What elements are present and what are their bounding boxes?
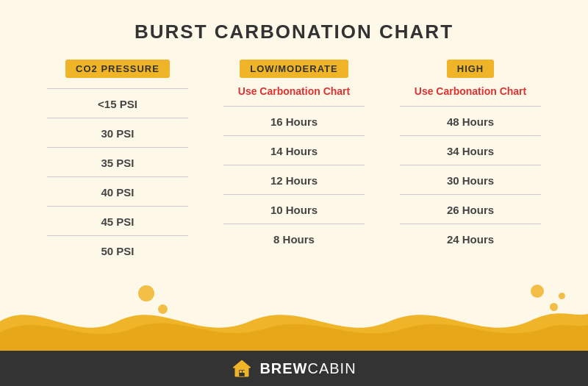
footer-brand-suffix: CABIN (307, 360, 356, 376)
divider-low-4 (223, 224, 365, 224)
low-row-1: 14 Hours (270, 146, 318, 157)
divider-high-3 (400, 194, 541, 195)
co2-row-4: 45 PSI (101, 216, 134, 227)
low-row-3: 10 Hours (270, 204, 318, 215)
high-row-0: 48 Hours (447, 116, 494, 127)
svg-rect-2 (240, 371, 242, 373)
low-row-2: 12 Hours (270, 175, 318, 186)
col-subheader-low: Use Carbonation Chart (238, 85, 350, 97)
divider-co2-2 (47, 147, 188, 148)
wave-container (0, 292, 588, 351)
footer: BREWCABIN (0, 351, 588, 386)
divider-co2-3 (47, 176, 188, 177)
page-title: BURST CARBONATION CHART (0, 0, 588, 60)
co2-row-5: 50 PSI (101, 246, 134, 257)
co2-row-1: 30 PSI (101, 128, 134, 139)
co2-row-3: 40 PSI (101, 187, 134, 198)
divider-co2-4 (47, 206, 188, 207)
divider-high-4 (400, 224, 541, 224)
col-header-high: HIGH (447, 60, 495, 78)
high-row-3: 26 Hours (447, 204, 494, 215)
high-row-1: 34 Hours (447, 146, 494, 157)
column-co2: CO2 Pressure <15 PSI 30 PSI 35 PSI 40 PS… (29, 60, 206, 262)
footer-brand-name: BREW (259, 360, 307, 376)
chart-area: CO2 Pressure <15 PSI 30 PSI 35 PSI 40 PS… (0, 60, 588, 262)
co2-row-0: <15 PSI (98, 99, 137, 110)
divider-high-1 (400, 135, 541, 136)
divider-high-2 (400, 165, 541, 165)
column-low-moderate: LOW/MODERATE Use Carbonation Chart 16 Ho… (206, 60, 382, 250)
divider-high-0 (400, 106, 541, 107)
divider-low-0 (223, 106, 365, 107)
col-subheader-high: Use Carbonation Chart (415, 85, 526, 97)
divider-low-2 (223, 165, 365, 165)
divider-co2-5 (47, 235, 188, 236)
svg-rect-3 (243, 371, 245, 373)
brew-cabin-icon (232, 358, 252, 379)
divider-co2 (47, 88, 188, 89)
divider-co2-1 (47, 118, 188, 118)
footer-brand: BREWCABIN (259, 360, 356, 377)
divider-low-3 (223, 194, 365, 195)
low-row-4: 8 Hours (273, 234, 315, 245)
co2-row-2: 35 PSI (101, 157, 134, 168)
column-high: HIGH Use Carbonation Chart 48 Hours 34 H… (382, 60, 559, 250)
low-row-0: 16 Hours (270, 116, 318, 127)
high-row-2: 30 Hours (447, 175, 494, 186)
divider-low-1 (223, 135, 365, 136)
col-header-low: LOW/MODERATE (240, 60, 348, 78)
high-row-4: 24 Hours (447, 234, 494, 245)
page-wrapper: BURST CARBONATION CHART CO2 Pressure <15… (0, 0, 588, 386)
col-header-co2: CO2 Pressure (65, 60, 170, 78)
